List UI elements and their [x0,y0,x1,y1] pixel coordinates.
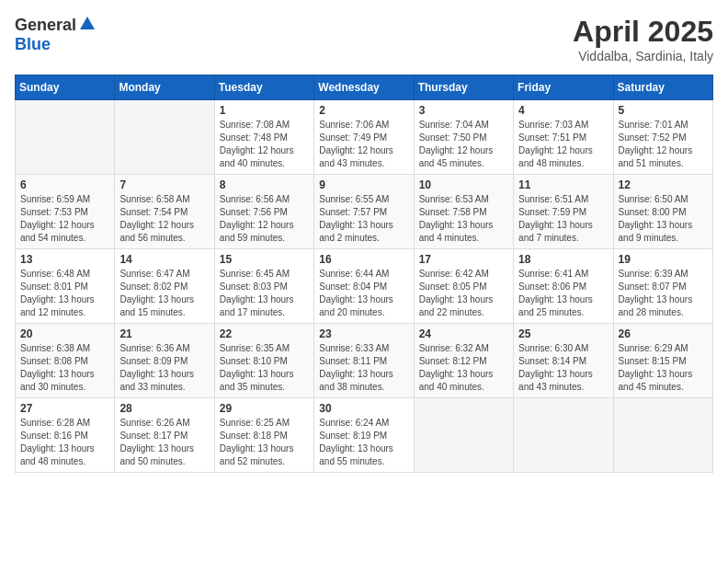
calendar-cell: 6Sunrise: 6:59 AMSunset: 7:53 PMDaylight… [16,175,115,249]
title-block: April 2025 Viddalba, Sardinia, Italy [573,15,713,63]
calendar-cell: 1Sunrise: 7:08 AMSunset: 7:48 PMDaylight… [214,100,313,175]
logo-icon [79,15,96,35]
calendar-cell: 5Sunrise: 7:01 AMSunset: 7:52 PMDaylight… [613,100,712,175]
day-number: 10 [419,178,508,191]
calendar-cell: 23Sunrise: 6:33 AMSunset: 8:11 PMDayligh… [314,324,414,398]
day-number: 15 [220,253,309,266]
day-number: 16 [319,253,408,266]
day-info: Sunrise: 6:59 AMSunset: 7:53 PMDaylight:… [20,193,109,245]
calendar-cell: 30Sunrise: 6:24 AMSunset: 8:19 PMDayligh… [314,398,414,473]
calendar-cell [514,398,613,473]
day-info: Sunrise: 7:06 AMSunset: 7:49 PMDaylight:… [319,119,408,170]
day-info: Sunrise: 6:55 AMSunset: 7:57 PMDaylight:… [319,193,408,245]
calendar-cell: 19Sunrise: 6:39 AMSunset: 8:07 PMDayligh… [613,249,712,324]
weekday-header-sunday: Sunday [16,75,115,100]
calendar-cell: 25Sunrise: 6:30 AMSunset: 8:14 PMDayligh… [514,324,613,398]
day-number: 1 [220,104,309,117]
day-number: 28 [119,402,209,415]
calendar-cell: 26Sunrise: 6:29 AMSunset: 8:15 PMDayligh… [613,324,712,398]
calendar-cell: 2Sunrise: 7:06 AMSunset: 7:49 PMDaylight… [314,100,414,175]
week-row-3: 13Sunrise: 6:48 AMSunset: 8:01 PMDayligh… [16,249,713,324]
calendar-cell: 16Sunrise: 6:44 AMSunset: 8:04 PMDayligh… [314,249,414,324]
day-number: 11 [518,178,608,191]
calendar-cell: 22Sunrise: 6:35 AMSunset: 8:10 PMDayligh… [214,324,313,398]
weekday-header-tuesday: Tuesday [214,75,313,100]
day-info: Sunrise: 6:35 AMSunset: 8:10 PMDaylight:… [220,342,309,394]
calendar-cell: 18Sunrise: 6:41 AMSunset: 8:06 PMDayligh… [514,249,613,324]
day-number: 18 [518,253,608,266]
calendar-cell: 29Sunrise: 6:25 AMSunset: 8:18 PMDayligh… [214,398,313,473]
day-info: Sunrise: 6:45 AMSunset: 8:03 PMDaylight:… [220,268,309,319]
day-number: 13 [20,253,109,266]
calendar-cell: 4Sunrise: 7:03 AMSunset: 7:51 PMDaylight… [514,100,613,175]
day-info: Sunrise: 6:36 AMSunset: 8:09 PMDaylight:… [119,342,209,394]
logo: General Blue [15,15,96,54]
logo-general: General [15,16,76,35]
day-info: Sunrise: 6:41 AMSunset: 8:06 PMDaylight:… [518,268,608,319]
day-info: Sunrise: 7:08 AMSunset: 7:48 PMDaylight:… [220,119,309,170]
day-number: 20 [20,327,109,340]
day-info: Sunrise: 6:48 AMSunset: 8:01 PMDaylight:… [20,268,109,319]
day-info: Sunrise: 6:56 AMSunset: 7:56 PMDaylight:… [220,193,309,245]
day-info: Sunrise: 7:04 AMSunset: 7:50 PMDaylight:… [419,119,508,170]
day-info: Sunrise: 6:32 AMSunset: 8:12 PMDaylight:… [419,342,508,394]
month-title: April 2025 [573,15,713,49]
day-number: 29 [220,402,309,415]
day-number: 2 [319,104,408,117]
day-info: Sunrise: 6:53 AMSunset: 7:58 PMDaylight:… [419,193,508,245]
day-number: 8 [220,178,309,191]
logo-blue: Blue [15,35,51,53]
day-number: 30 [319,402,408,415]
day-info: Sunrise: 6:44 AMSunset: 8:04 PMDaylight:… [319,268,408,319]
calendar-cell: 17Sunrise: 6:42 AMSunset: 8:05 PMDayligh… [414,249,513,324]
day-info: Sunrise: 6:29 AMSunset: 8:15 PMDaylight:… [619,342,708,394]
weekday-header-wednesday: Wednesday [314,75,414,100]
day-info: Sunrise: 7:03 AMSunset: 7:51 PMDaylight:… [518,119,608,170]
day-number: 26 [619,327,708,340]
day-number: 27 [20,402,109,415]
day-info: Sunrise: 6:39 AMSunset: 8:07 PMDaylight:… [619,268,708,319]
day-number: 14 [119,253,209,266]
location: Viddalba, Sardinia, Italy [573,49,713,63]
calendar-cell [414,398,513,473]
calendar-cell: 10Sunrise: 6:53 AMSunset: 7:58 PMDayligh… [414,175,513,249]
day-info: Sunrise: 6:47 AMSunset: 8:02 PMDaylight:… [119,268,209,319]
calendar-cell [613,398,712,473]
day-info: Sunrise: 6:30 AMSunset: 8:14 PMDaylight:… [518,342,608,394]
day-info: Sunrise: 6:42 AMSunset: 8:05 PMDaylight:… [419,268,508,319]
calendar-table: SundayMondayTuesdayWednesdayThursdayFrid… [15,75,713,473]
calendar-cell: 21Sunrise: 6:36 AMSunset: 8:09 PMDayligh… [115,324,214,398]
calendar-cell: 27Sunrise: 6:28 AMSunset: 8:16 PMDayligh… [16,398,115,473]
day-number: 9 [319,178,408,191]
day-number: 25 [518,327,608,340]
day-number: 4 [518,104,608,117]
day-number: 12 [619,178,708,191]
week-row-1: 1Sunrise: 7:08 AMSunset: 7:48 PMDaylight… [16,100,713,175]
day-number: 23 [319,327,408,340]
weekday-header-monday: Monday [115,75,214,100]
calendar-cell: 14Sunrise: 6:47 AMSunset: 8:02 PMDayligh… [115,249,214,324]
day-info: Sunrise: 6:26 AMSunset: 8:17 PMDaylight:… [119,417,209,468]
calendar-cell: 7Sunrise: 6:58 AMSunset: 7:54 PMDaylight… [115,175,214,249]
calendar-cell: 20Sunrise: 6:38 AMSunset: 8:08 PMDayligh… [16,324,115,398]
calendar-cell [16,100,115,175]
calendar-cell: 24Sunrise: 6:32 AMSunset: 8:12 PMDayligh… [414,324,513,398]
week-row-4: 20Sunrise: 6:38 AMSunset: 8:08 PMDayligh… [16,324,713,398]
day-info: Sunrise: 6:25 AMSunset: 8:18 PMDaylight:… [220,417,309,468]
day-info: Sunrise: 6:51 AMSunset: 7:59 PMDaylight:… [518,193,608,245]
day-number: 5 [619,104,708,117]
calendar-cell: 11Sunrise: 6:51 AMSunset: 7:59 PMDayligh… [514,175,613,249]
calendar-cell: 12Sunrise: 6:50 AMSunset: 8:00 PMDayligh… [613,175,712,249]
day-number: 17 [419,253,508,266]
day-number: 6 [20,178,109,191]
page-header: General Blue April 2025 Viddalba, Sardin… [15,15,713,63]
day-number: 19 [619,253,708,266]
calendar-cell: 3Sunrise: 7:04 AMSunset: 7:50 PMDaylight… [414,100,513,175]
weekday-header-row: SundayMondayTuesdayWednesdayThursdayFrid… [16,75,713,100]
day-info: Sunrise: 6:50 AMSunset: 8:00 PMDaylight:… [619,193,708,245]
day-number: 24 [419,327,508,340]
day-info: Sunrise: 6:24 AMSunset: 8:19 PMDaylight:… [319,417,408,468]
calendar-cell: 28Sunrise: 6:26 AMSunset: 8:17 PMDayligh… [115,398,214,473]
svg-marker-0 [80,17,95,29]
weekday-header-thursday: Thursday [414,75,513,100]
